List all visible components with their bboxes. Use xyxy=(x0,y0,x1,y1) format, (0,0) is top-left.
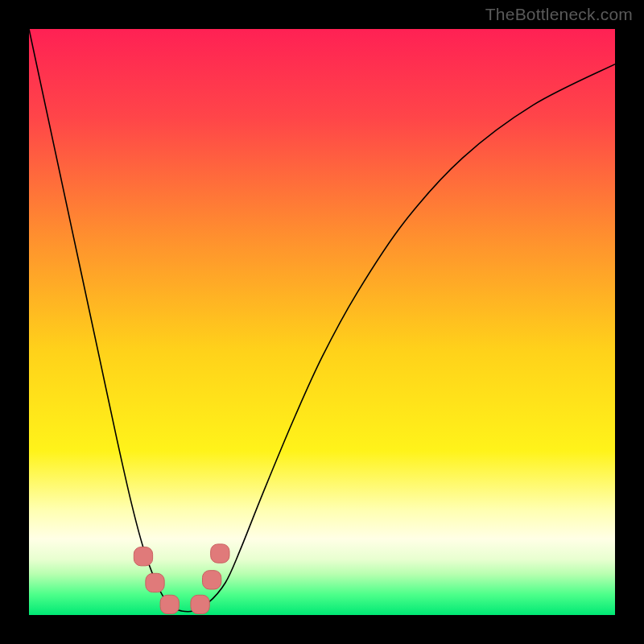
curve-marker xyxy=(191,595,209,613)
curve-marker xyxy=(211,544,229,563)
curve-markers xyxy=(134,544,229,614)
bottleneck-curve xyxy=(29,29,615,612)
chart-frame: TheBottleneck.com xyxy=(0,0,644,644)
plot-area xyxy=(29,29,615,615)
watermark-text: TheBottleneck.com xyxy=(485,5,633,24)
curve-marker xyxy=(134,547,152,566)
curve-marker xyxy=(160,595,179,613)
curve-marker xyxy=(202,571,221,589)
curve-marker xyxy=(146,573,164,592)
curve-layer xyxy=(29,29,615,615)
